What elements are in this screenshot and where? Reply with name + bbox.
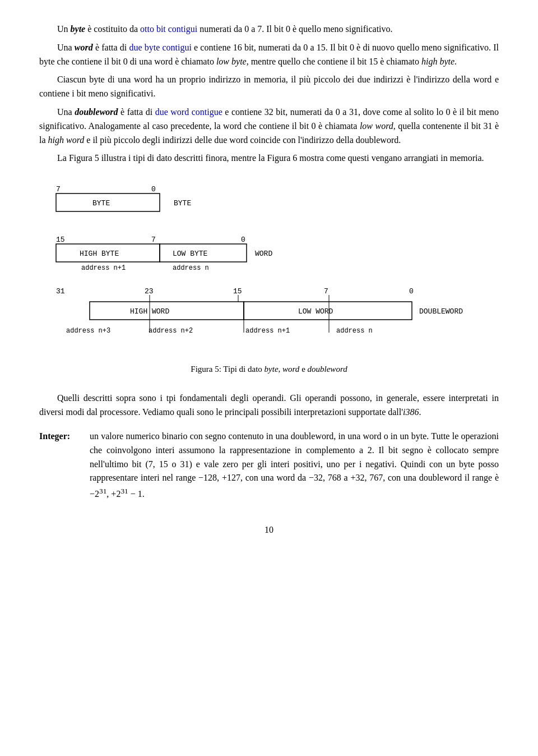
text-un: Un (57, 24, 71, 34)
def-term-integer: Integer: (39, 430, 90, 444)
italic-i386: i386 (403, 407, 419, 417)
link-due-word: due word contigue (155, 107, 222, 117)
def-text-integer: un valore numerico binario con segno con… (90, 431, 499, 499)
diagram-svg: 7 0 BYTE BYTE 15 7 0 HIGH BYTE LOW BYTE … (39, 181, 499, 355)
svg-text:23: 23 (145, 287, 154, 296)
paragraph-3: Ciascun byte di una word ha un proprio i… (39, 73, 499, 101)
svg-text:address n+1: address n+1 (245, 327, 290, 335)
paragraph-5: La Figura 5 illustra i tipi di dato desc… (39, 151, 499, 165)
text-epiu: e il più piccolo degli indirizzi delle d… (84, 135, 401, 145)
svg-text:DOUBLEWORD: DOUBLEWORD (419, 307, 463, 316)
text-fatta: è fatta di (93, 43, 129, 52)
svg-text:0: 0 (409, 287, 414, 296)
paragraph-4: Una doubleword è fatta di due word conti… (39, 105, 499, 147)
svg-text:7: 7 (56, 185, 61, 193)
link-otto-bit: otto bit contigui (140, 24, 197, 34)
page-number: 10 (39, 523, 499, 537)
svg-text:0: 0 (151, 185, 156, 193)
italic-low-byte: low byte (216, 57, 247, 66)
bold-word: word (75, 43, 93, 52)
caption-italic-doubleword: doubleword (308, 365, 347, 374)
text-period6: . (419, 407, 421, 417)
svg-text:7: 7 (324, 287, 328, 296)
svg-text:0: 0 (241, 236, 245, 244)
svg-text:BYTE: BYTE (92, 199, 110, 208)
italic-high-byte: high byte (421, 57, 454, 66)
svg-text:address n+2: address n+2 (149, 327, 193, 335)
caption-text-pre: Figura 5: Tipi di dato (191, 365, 264, 374)
text-numerati: numerati da 0 a 7. Il bit 0 è quello men… (197, 24, 392, 34)
page-num-label: 10 (265, 525, 273, 534)
caption-text-mid: , (279, 365, 283, 374)
svg-text:LOW WORD: LOW WORD (298, 307, 333, 316)
caption-italic-byte: byte (265, 365, 279, 374)
svg-text:address n+3: address n+3 (66, 327, 110, 335)
svg-text:BYTE: BYTE (174, 199, 191, 208)
definition-integer: Integer: un valore numerico binario con … (39, 430, 499, 501)
text-ciascun: Ciascun byte di una word ha un proprio i… (39, 75, 499, 98)
text-fatta2: è fatta di (118, 107, 155, 117)
italic-low-word: low word (360, 121, 393, 131)
def-content-integer: un valore numerico binario con segno con… (90, 430, 499, 501)
text-costituito: è costituito da (85, 24, 140, 34)
bold-byte: byte (71, 24, 86, 34)
svg-text:15: 15 (233, 287, 242, 296)
caption-italic-word: word (282, 365, 299, 374)
text-una: Una (57, 43, 75, 52)
text-una2: Una (57, 107, 75, 117)
figure-5: 7 0 BYTE BYTE 15 7 0 HIGH BYTE LOW BYTE … (39, 181, 499, 355)
italic-high-word: high word (48, 135, 85, 145)
text-mentre: , mentre quello che contiene il bit 15 è… (247, 57, 421, 66)
paragraph-2: Una word è fatta di due byte contigui e … (39, 41, 499, 69)
svg-text:address n: address n (336, 327, 373, 335)
svg-text:WORD: WORD (255, 250, 272, 258)
svg-text:address n: address n (173, 264, 209, 272)
text-period1: . (454, 57, 457, 66)
paragraph-1: Un byte è costituito da otto bit contigu… (39, 22, 499, 36)
svg-text:15: 15 (56, 236, 65, 244)
svg-text:7: 7 (151, 236, 156, 244)
svg-text:address n+1: address n+1 (81, 264, 126, 272)
figure-caption: Figura 5: Tipi di dato byte, word e doub… (39, 363, 499, 376)
caption-text-e: e (299, 365, 307, 374)
svg-text:LOW BYTE: LOW BYTE (173, 250, 208, 258)
paragraph-6: Quelli descritti sopra sono i tpi fondam… (39, 391, 499, 420)
svg-text:HIGH BYTE: HIGH BYTE (80, 250, 119, 258)
svg-text:31: 31 (56, 287, 65, 296)
bold-doubleword: doubleword (75, 107, 118, 117)
link-due-byte: due byte contigui (129, 43, 191, 52)
def-term-label: Integer: (39, 431, 70, 441)
text-figura5: La Figura 5 illustra i tipi di dato desc… (57, 153, 484, 163)
text-quelli: Quelli descritti sopra sono i tpi fondam… (39, 393, 499, 417)
